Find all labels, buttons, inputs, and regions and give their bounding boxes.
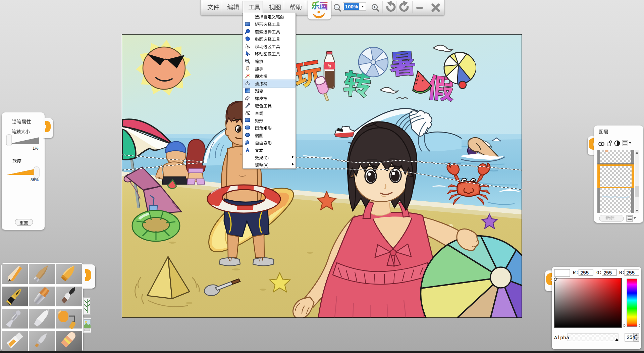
svg-text:R:: R: [573, 270, 579, 275]
svg-text:Alpha: Alpha [554, 335, 569, 341]
svg-text:254: 254 [627, 334, 635, 340]
svg-text:B:: B: [619, 270, 625, 275]
svg-text:100%: 100% [345, 4, 358, 9]
svg-text:G:: G: [596, 270, 602, 275]
svg-text:la: la [328, 63, 331, 68]
